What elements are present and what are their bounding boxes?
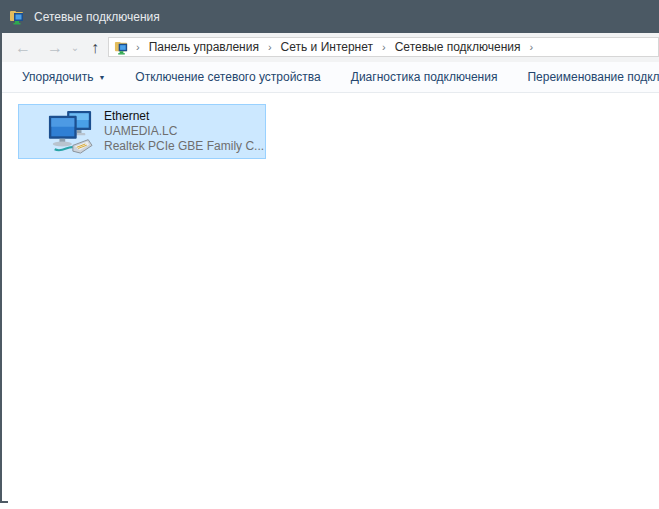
- rename-connection-button[interactable]: Переименование подключения: [527, 70, 659, 84]
- back-icon[interactable]: ←: [10, 33, 36, 62]
- chevron-down-icon: ▼: [98, 74, 105, 81]
- breadcrumb-network-connections[interactable]: Сетевые подключения: [393, 40, 523, 54]
- ethernet-adapter-icon: [47, 109, 93, 155]
- disable-device-button[interactable]: Отключение сетевого устройства: [135, 70, 320, 84]
- organize-label: Упорядочить: [22, 70, 93, 84]
- network-connections-icon: [9, 9, 25, 25]
- address-location-icon: [114, 40, 129, 55]
- forward-icon[interactable]: →: [42, 33, 68, 62]
- window-title: Сетевые подключения: [34, 10, 160, 24]
- address-bar[interactable]: › Панель управления › Сеть и Интернет › …: [108, 37, 659, 57]
- connection-network: UAMEDIA.LC: [104, 124, 264, 139]
- breadcrumb-control-panel[interactable]: Панель управления: [147, 40, 261, 54]
- breadcrumb-chevron-icon: ›: [134, 41, 142, 53]
- connection-item-ethernet[interactable]: Ethernet UAMEDIA.LC Realtek PCIe GBE Fam…: [18, 104, 266, 159]
- connection-text: Ethernet UAMEDIA.LC Realtek PCIe GBE Fam…: [104, 109, 264, 154]
- title-bar: Сетевые подключения: [0, 0, 659, 33]
- organize-button[interactable]: Упорядочить ▼: [22, 70, 105, 84]
- diagnose-connection-button[interactable]: Диагностика подключения: [351, 70, 498, 84]
- command-bar: Упорядочить ▼ Отключение сетевого устрой…: [2, 62, 659, 93]
- window-border-bottom: [0, 501, 8, 503]
- connections-list: Ethernet UAMEDIA.LC Realtek PCIe GBE Fam…: [2, 93, 659, 501]
- recent-locations-chevron-icon[interactable]: ⌄: [68, 33, 82, 62]
- breadcrumb-chevron-icon[interactable]: ›: [380, 41, 388, 53]
- diagnose-connection-label: Диагностика подключения: [351, 70, 498, 84]
- rename-connection-label: Переименование подключения: [527, 70, 659, 84]
- disable-device-label: Отключение сетевого устройства: [135, 70, 320, 84]
- breadcrumb-chevron-icon[interactable]: ›: [527, 41, 535, 53]
- breadcrumb-network-internet[interactable]: Сеть и Интернет: [279, 40, 375, 54]
- breadcrumb-chevron-icon[interactable]: ›: [266, 41, 274, 53]
- up-icon[interactable]: ↑: [82, 33, 108, 62]
- navigation-bar: ← → ⌄ ↑ › Панель управления › Сеть и Инт…: [2, 33, 659, 62]
- connection-name: Ethernet: [104, 109, 264, 124]
- connection-adapter: Realtek PCIe GBE Family C...: [104, 139, 264, 154]
